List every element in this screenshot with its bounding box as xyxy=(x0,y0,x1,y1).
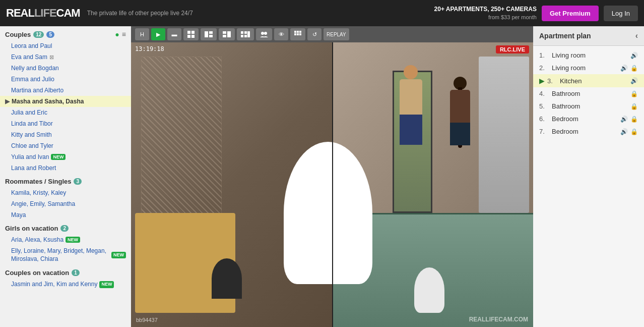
couples-badge-1: 12 xyxy=(33,31,44,38)
sidebar-item-masha-sasha[interactable]: ▶ Masha and Sasha, Dasha xyxy=(0,96,131,107)
sound-icon-6: 🔊 xyxy=(620,116,628,123)
sound-icon-3: 🔊 xyxy=(630,77,638,84)
tagline: The private life of other people live 24… xyxy=(87,10,434,17)
toolbar-layout4-button[interactable] xyxy=(219,28,235,40)
sidebar-item-kitty-smith[interactable]: Kitty and Smith xyxy=(0,129,131,140)
couples-badge-2: 5 xyxy=(46,31,54,38)
svg-rect-2 xyxy=(187,35,190,38)
svg-rect-11 xyxy=(244,31,247,34)
header: REALLIFECAM The private life of other pe… xyxy=(0,0,644,26)
sidebar-item-aria[interactable]: Aria, Alexa, Ksusha NEW xyxy=(0,234,131,245)
svg-rect-7 xyxy=(223,31,226,34)
logo[interactable]: REALLIFECAM xyxy=(6,7,80,20)
refrigerator xyxy=(479,57,529,213)
male-figure xyxy=(397,65,425,146)
login-button[interactable]: Log In xyxy=(604,6,638,21)
svg-rect-5 xyxy=(209,31,213,34)
sound-icon-7: 🔊 xyxy=(620,128,628,135)
sidebar-item-julia-eric[interactable]: Julia and Eric xyxy=(0,107,131,118)
toolbar-eye-button[interactable]: 👁 xyxy=(274,28,288,40)
timestamp: 13:19:18 xyxy=(135,45,164,52)
room-name-1: Living room xyxy=(552,51,586,59)
svg-rect-0 xyxy=(187,31,190,34)
sidebar-item-lana-robert[interactable]: Lana and Robert xyxy=(0,162,131,174)
toolbar-play-button[interactable]: ▶ xyxy=(151,28,165,40)
sidebar-item-yulia-ivan[interactable]: Yulia and Ivan NEW xyxy=(0,151,131,162)
toolbar-layout3-button[interactable] xyxy=(201,28,217,40)
toolbar-layout2-button[interactable] xyxy=(183,28,199,40)
room-item-3[interactable]: ▶ 3. Kitchen 🔊 xyxy=(533,74,644,87)
svg-rect-8 xyxy=(223,35,226,37)
room-item-4[interactable]: 4. Bathroom 🔒 xyxy=(533,87,644,100)
sidebar-item-eva-sam[interactable]: Eva and Sam ⊠ xyxy=(0,51,131,63)
room-item-1[interactable]: 1. Living room 🔊 xyxy=(533,49,644,62)
room-num-4: 4. xyxy=(539,90,549,97)
svg-point-15 xyxy=(261,32,264,35)
toolbar-grid-button[interactable] xyxy=(290,28,305,40)
chair xyxy=(212,258,242,299)
active-room-arrow: ▶ xyxy=(539,77,545,85)
sidebar-item-elly[interactable]: Elly, Loraine, Mary, Bridget, Megan, Mir… xyxy=(0,245,131,265)
sidebar-item-nelly-bogdan[interactable]: Nelly and Bogdan xyxy=(0,63,131,74)
toolbar-h-button[interactable]: H xyxy=(135,28,149,40)
sidebar-item-maya[interactable]: Maya xyxy=(0,209,131,221)
sidebar-item-jasmin[interactable]: Jasmin and Jim, Kim and Kenny NEW xyxy=(0,279,131,291)
room-item-6[interactable]: 6. Bedroom 🔊 🔒 xyxy=(533,113,644,125)
toolbar-layout1-button[interactable]: ▬ xyxy=(167,28,181,40)
sidebar-item-linda-tibor[interactable]: Linda and Tibor xyxy=(0,118,131,129)
room-name-7: Bedroom xyxy=(552,128,578,135)
apartments-count: 20+ APARTMENTS, 250+ CAMERAS xyxy=(434,6,537,14)
new-badge-elly: NEW xyxy=(111,252,126,259)
room-num-5: 5. xyxy=(539,102,549,110)
svg-rect-18 xyxy=(297,31,299,33)
room-num-3: 3. xyxy=(547,77,557,85)
svg-rect-6 xyxy=(209,35,213,37)
sidebar: Couples 12 5 ● ≡ Leora and Paul Eva and … xyxy=(0,26,131,327)
sidebar-item-chloe-tyler[interactable]: Chloe and Tyler xyxy=(0,140,131,151)
sidebar-item-martina-alberto[interactable]: Martina and Alberto xyxy=(0,85,131,96)
close-panel-button[interactable]: ‹ xyxy=(635,31,638,40)
room-item-5[interactable]: 5. Bathroom 🔒 xyxy=(533,100,644,113)
girls-vacation-header: Girls on vacation 2 xyxy=(0,221,131,234)
logo-life: LIFE xyxy=(34,7,56,19)
price-info: from $33 per month xyxy=(434,14,537,21)
new-badge-aria: NEW xyxy=(66,237,80,243)
roommates-section-header: Roommates / Singles 3 xyxy=(0,174,131,187)
video-toolbar: H ▶ ▬ 👁 ↺ REPLAY xyxy=(131,26,533,42)
sidebar-item-angie[interactable]: Angie, Emily, Samantha xyxy=(0,198,131,209)
room-num-1: 1. xyxy=(539,51,549,59)
toolbar-people-button[interactable] xyxy=(256,28,272,40)
toolbar-replay-button[interactable]: REPLAY xyxy=(324,28,349,40)
toolbar-refresh-button[interactable]: ↺ xyxy=(307,28,321,40)
sound-icon-2: 🔊 xyxy=(620,65,628,72)
watermark: REALLIFECAM.COM xyxy=(469,316,528,323)
video-area: H ▶ ▬ 👁 ↺ REPLAY xyxy=(131,26,533,327)
menu-icon: ≡ xyxy=(122,30,126,38)
sidebar-item-emma-julio[interactable]: Emma and Julio xyxy=(0,74,131,85)
apartment-title: Apartment plan xyxy=(539,32,591,40)
couples-vacation-label: Couples on vacation xyxy=(5,269,69,277)
couples-label: Couples xyxy=(5,31,31,38)
room-name-5: Bathroom xyxy=(552,102,580,110)
girls-vacation-label: Girls on vacation xyxy=(5,225,58,232)
svg-rect-20 xyxy=(294,33,296,35)
lock-icon-2: 🔒 xyxy=(630,65,638,72)
svg-rect-3 xyxy=(191,35,195,38)
sidebar-item-kamila[interactable]: Kamila, Kristy, Kaley xyxy=(0,187,131,198)
room-num-6: 6. xyxy=(539,115,549,123)
roommates-label: Roommates / Singles xyxy=(5,178,71,185)
sidebar-item-leora-paul[interactable]: Leora and Paul xyxy=(0,40,131,51)
toolbar-layout5-button[interactable] xyxy=(237,28,254,40)
roommates-badge: 3 xyxy=(74,178,82,185)
apartment-panel: Apartment plan ‹ 1. Living room 🔊 2. Liv… xyxy=(533,26,644,327)
lock-icon-4: 🔒 xyxy=(630,90,638,97)
premium-button[interactable]: Get Premium xyxy=(542,6,599,21)
room-item-7[interactable]: 7. Bedroom 🔊 🔒 xyxy=(533,125,644,138)
lock-icon-5: 🔒 xyxy=(630,103,638,110)
svg-rect-10 xyxy=(241,31,243,34)
lock-icon-6: 🔒 xyxy=(630,116,638,123)
svg-rect-17 xyxy=(294,31,296,33)
room-item-2[interactable]: 2. Living room 🔊 🔒 xyxy=(533,62,644,74)
svg-rect-22 xyxy=(299,33,301,35)
header-right: 20+ APARTMENTS, 250+ CAMERAS from $33 pe… xyxy=(434,6,638,21)
